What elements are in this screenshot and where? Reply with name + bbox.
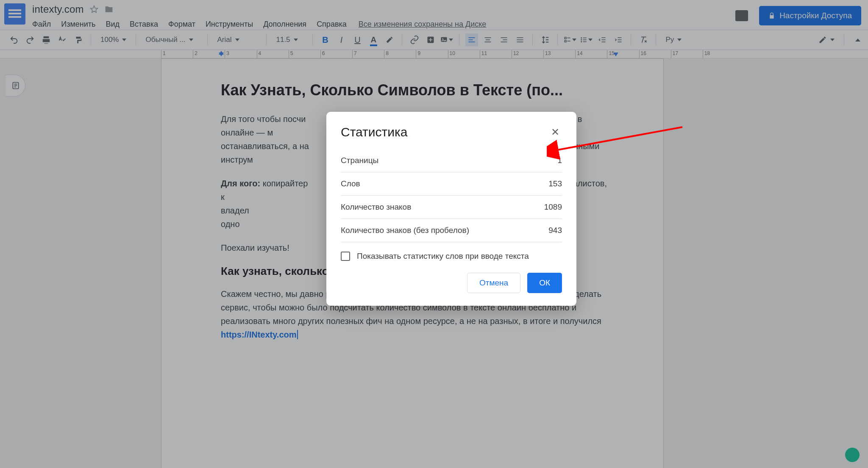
stat-row-pages: Страницы 1	[341, 149, 562, 172]
stat-label: Слов	[341, 179, 360, 188]
stat-value: 153	[548, 179, 562, 188]
stat-row-chars: Количество знаков 1089	[341, 196, 562, 219]
stat-row-words: Слов 153	[341, 172, 562, 196]
stat-row-chars-no-spaces: Количество знаков (без пробелов) 943	[341, 219, 562, 242]
stat-value: 943	[548, 226, 562, 235]
stat-label: Количество знаков (без пробелов)	[341, 226, 469, 235]
stat-label: Количество знаков	[341, 202, 411, 212]
close-icon[interactable]: ✕	[548, 125, 562, 140]
stat-label: Страницы	[341, 156, 378, 165]
cancel-button[interactable]: Отмена	[467, 273, 520, 293]
dialog-title: Статистика	[341, 125, 408, 139]
word-count-dialog: Статистика ✕ Страницы 1 Слов 153 Количес…	[326, 112, 576, 306]
checkbox-label: Показывать статистику слов при вводе тек…	[357, 252, 529, 261]
display-while-typing-checkbox[interactable]	[341, 252, 350, 261]
ok-button[interactable]: ОК	[527, 273, 562, 293]
stat-value: 1089	[544, 202, 562, 212]
stat-value: 1	[557, 156, 562, 165]
